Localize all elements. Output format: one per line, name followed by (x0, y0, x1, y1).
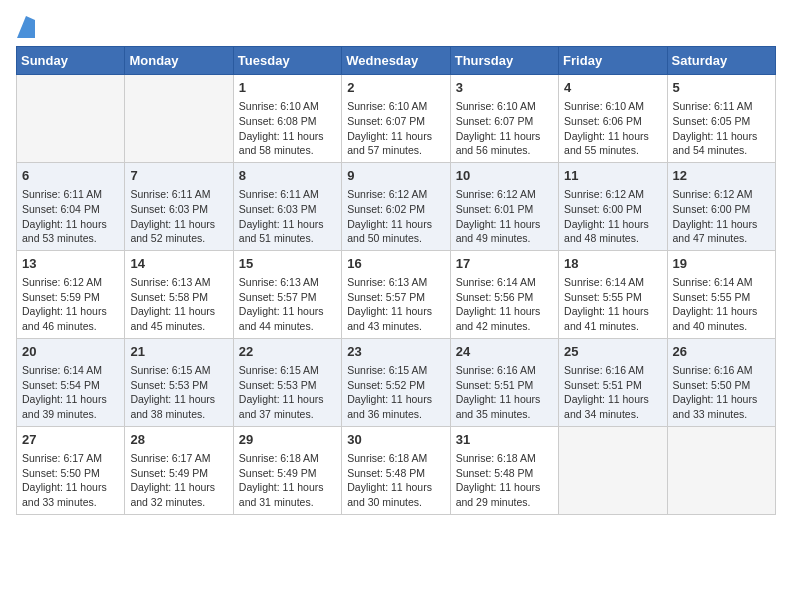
day-number: 15 (239, 255, 336, 273)
day-number: 23 (347, 343, 444, 361)
sunset-text: Sunset: 5:54 PM (22, 379, 100, 391)
calendar-cell: 23Sunrise: 6:15 AMSunset: 5:52 PMDayligh… (342, 338, 450, 426)
sunrise-text: Sunrise: 6:12 AM (347, 188, 427, 200)
sunset-text: Sunset: 5:49 PM (239, 467, 317, 479)
sunrise-text: Sunrise: 6:13 AM (239, 276, 319, 288)
sunrise-text: Sunrise: 6:10 AM (456, 100, 536, 112)
day-number: 8 (239, 167, 336, 185)
sunrise-text: Sunrise: 6:16 AM (673, 364, 753, 376)
sunset-text: Sunset: 5:57 PM (239, 291, 317, 303)
sunrise-text: Sunrise: 6:14 AM (564, 276, 644, 288)
sunset-text: Sunset: 5:49 PM (130, 467, 208, 479)
daylight-text: Daylight: 11 hours and 33 minutes. (22, 481, 107, 508)
sunset-text: Sunset: 6:03 PM (239, 203, 317, 215)
day-number: 10 (456, 167, 553, 185)
sunset-text: Sunset: 5:58 PM (130, 291, 208, 303)
sunrise-text: Sunrise: 6:14 AM (456, 276, 536, 288)
calendar-cell: 22Sunrise: 6:15 AMSunset: 5:53 PMDayligh… (233, 338, 341, 426)
sunrise-text: Sunrise: 6:11 AM (130, 188, 210, 200)
sunset-text: Sunset: 5:56 PM (456, 291, 534, 303)
svg-marker-0 (17, 16, 35, 38)
day-number: 14 (130, 255, 227, 273)
day-number: 11 (564, 167, 661, 185)
day-header-friday: Friday (559, 47, 667, 75)
page-header (16, 16, 776, 38)
day-number: 27 (22, 431, 119, 449)
daylight-text: Daylight: 11 hours and 30 minutes. (347, 481, 432, 508)
sunrise-text: Sunrise: 6:18 AM (456, 452, 536, 464)
day-number: 22 (239, 343, 336, 361)
daylight-text: Daylight: 11 hours and 50 minutes. (347, 218, 432, 245)
sunrise-text: Sunrise: 6:12 AM (456, 188, 536, 200)
sunrise-text: Sunrise: 6:12 AM (673, 188, 753, 200)
day-number: 3 (456, 79, 553, 97)
day-number: 16 (347, 255, 444, 273)
calendar-cell: 29Sunrise: 6:18 AMSunset: 5:49 PMDayligh… (233, 426, 341, 514)
daylight-text: Daylight: 11 hours and 39 minutes. (22, 393, 107, 420)
calendar-cell: 9Sunrise: 6:12 AMSunset: 6:02 PMDaylight… (342, 162, 450, 250)
day-number: 18 (564, 255, 661, 273)
sunrise-text: Sunrise: 6:15 AM (130, 364, 210, 376)
sunrise-text: Sunrise: 6:15 AM (347, 364, 427, 376)
calendar-cell (125, 75, 233, 163)
calendar-cell: 12Sunrise: 6:12 AMSunset: 6:00 PMDayligh… (667, 162, 775, 250)
daylight-text: Daylight: 11 hours and 46 minutes. (22, 305, 107, 332)
sunset-text: Sunset: 5:57 PM (347, 291, 425, 303)
calendar-cell: 19Sunrise: 6:14 AMSunset: 5:55 PMDayligh… (667, 250, 775, 338)
calendar-cell: 24Sunrise: 6:16 AMSunset: 5:51 PMDayligh… (450, 338, 558, 426)
sunrise-text: Sunrise: 6:10 AM (564, 100, 644, 112)
daylight-text: Daylight: 11 hours and 48 minutes. (564, 218, 649, 245)
sunrise-text: Sunrise: 6:13 AM (347, 276, 427, 288)
sunset-text: Sunset: 5:53 PM (130, 379, 208, 391)
sunrise-text: Sunrise: 6:18 AM (347, 452, 427, 464)
day-number: 7 (130, 167, 227, 185)
day-number: 31 (456, 431, 553, 449)
sunset-text: Sunset: 6:05 PM (673, 115, 751, 127)
daylight-text: Daylight: 11 hours and 36 minutes. (347, 393, 432, 420)
calendar-table: SundayMondayTuesdayWednesdayThursdayFrid… (16, 46, 776, 515)
daylight-text: Daylight: 11 hours and 55 minutes. (564, 130, 649, 157)
sunset-text: Sunset: 5:52 PM (347, 379, 425, 391)
calendar-cell: 28Sunrise: 6:17 AMSunset: 5:49 PMDayligh… (125, 426, 233, 514)
daylight-text: Daylight: 11 hours and 41 minutes. (564, 305, 649, 332)
calendar-cell: 26Sunrise: 6:16 AMSunset: 5:50 PMDayligh… (667, 338, 775, 426)
daylight-text: Daylight: 11 hours and 58 minutes. (239, 130, 324, 157)
logo-icon (17, 16, 35, 38)
calendar-cell: 30Sunrise: 6:18 AMSunset: 5:48 PMDayligh… (342, 426, 450, 514)
sunset-text: Sunset: 5:55 PM (564, 291, 642, 303)
calendar-cell (667, 426, 775, 514)
calendar-cell: 6Sunrise: 6:11 AMSunset: 6:04 PMDaylight… (17, 162, 125, 250)
calendar-cell: 21Sunrise: 6:15 AMSunset: 5:53 PMDayligh… (125, 338, 233, 426)
sunset-text: Sunset: 6:04 PM (22, 203, 100, 215)
sunset-text: Sunset: 5:51 PM (564, 379, 642, 391)
calendar-cell (559, 426, 667, 514)
day-number: 12 (673, 167, 770, 185)
day-number: 13 (22, 255, 119, 273)
day-number: 29 (239, 431, 336, 449)
calendar-cell: 2Sunrise: 6:10 AMSunset: 6:07 PMDaylight… (342, 75, 450, 163)
sunset-text: Sunset: 5:55 PM (673, 291, 751, 303)
calendar-cell: 31Sunrise: 6:18 AMSunset: 5:48 PMDayligh… (450, 426, 558, 514)
sunrise-text: Sunrise: 6:12 AM (564, 188, 644, 200)
calendar-cell: 3Sunrise: 6:10 AMSunset: 6:07 PMDaylight… (450, 75, 558, 163)
daylight-text: Daylight: 11 hours and 45 minutes. (130, 305, 215, 332)
calendar-cell: 11Sunrise: 6:12 AMSunset: 6:00 PMDayligh… (559, 162, 667, 250)
calendar-cell: 7Sunrise: 6:11 AMSunset: 6:03 PMDaylight… (125, 162, 233, 250)
sunrise-text: Sunrise: 6:17 AM (22, 452, 102, 464)
sunrise-text: Sunrise: 6:14 AM (673, 276, 753, 288)
day-number: 19 (673, 255, 770, 273)
sunrise-text: Sunrise: 6:10 AM (239, 100, 319, 112)
logo (16, 16, 36, 38)
calendar-cell: 5Sunrise: 6:11 AMSunset: 6:05 PMDaylight… (667, 75, 775, 163)
day-number: 1 (239, 79, 336, 97)
day-number: 5 (673, 79, 770, 97)
day-header-saturday: Saturday (667, 47, 775, 75)
sunset-text: Sunset: 5:53 PM (239, 379, 317, 391)
daylight-text: Daylight: 11 hours and 44 minutes. (239, 305, 324, 332)
daylight-text: Daylight: 11 hours and 34 minutes. (564, 393, 649, 420)
day-header-thursday: Thursday (450, 47, 558, 75)
sunset-text: Sunset: 5:51 PM (456, 379, 534, 391)
sunset-text: Sunset: 5:59 PM (22, 291, 100, 303)
day-number: 20 (22, 343, 119, 361)
day-number: 6 (22, 167, 119, 185)
